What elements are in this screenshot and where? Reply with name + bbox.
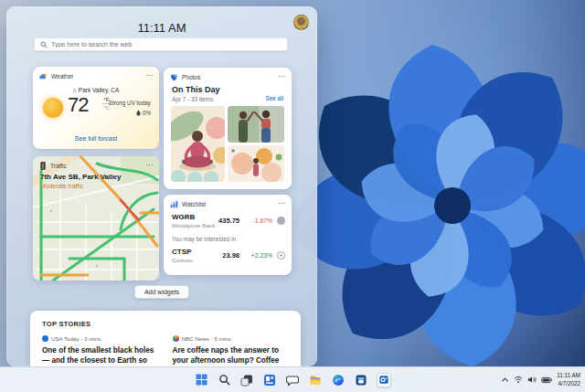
more-options-icon[interactable]: ⋯ — [145, 163, 153, 168]
sun-icon — [43, 98, 63, 118]
chat-icon — [286, 374, 299, 387]
outlook-icon — [378, 374, 389, 386]
chat-button[interactable] — [285, 373, 300, 387]
weather-title: Weather — [51, 73, 73, 79]
see-all-link[interactable]: See all — [265, 95, 283, 101]
more-options-icon[interactable]: ⋯ — [278, 74, 285, 79]
search-input[interactable] — [51, 41, 282, 48]
widgets-panel: 11:11 AM Weather ⋯ ⌂Park Valley, CA — [6, 6, 317, 366]
volume-icon[interactable] — [527, 376, 537, 384]
start-button[interactable] — [194, 373, 208, 387]
stock-row-wgrb[interactable]: WGRB Woodgrove Bank 435.75 -1.67% — [172, 213, 285, 228]
tray-time: 11:11 AM — [557, 372, 580, 379]
user-avatar[interactable] — [293, 15, 309, 30]
stock-price: 23.98 — [222, 251, 239, 260]
chevron-up-icon[interactable] — [501, 376, 509, 384]
temperature-value: 72 — [68, 93, 88, 117]
tray-date: 4/7/2022 — [557, 380, 580, 387]
raindrop-icon — [136, 110, 141, 116]
search-icon — [40, 41, 48, 48]
watchlist-widget[interactable]: Watchlist ⋯ WGRB Woodgrove Bank 435.75 -… — [164, 195, 292, 275]
photos-icon — [170, 73, 178, 81]
task-view-icon — [240, 374, 253, 387]
search-icon — [218, 374, 230, 386]
more-options-icon[interactable]: ⋯ — [278, 201, 285, 207]
more-options-icon[interactable]: ⋯ — [145, 73, 153, 79]
stock-change: +2.23% — [245, 252, 272, 259]
file-explorer-icon — [309, 374, 322, 387]
uv-status: Strong UV today — [109, 100, 151, 106]
taskbar: 11:11 AM 4/7/2022 — [0, 366, 585, 392]
stock-company: Woodgrove Bank — [172, 222, 215, 228]
traffic-widget[interactable]: Traffic ⋯ 7th Ave SB, Park Valley Modera… — [33, 156, 159, 281]
stock-row-ctsp[interactable]: CTSP Contoso 23.98 +2.23% + — [172, 248, 285, 263]
traffic-status: Moderate traffic — [40, 183, 83, 189]
photo-two-people[interactable] — [228, 106, 284, 143]
watchlist-suggestion-label: You may be interested in — [172, 236, 236, 242]
battery-icon[interactable] — [541, 376, 552, 384]
traffic-route: 7th Ave SB, Park Valley — [40, 173, 121, 181]
photo-grid — [171, 106, 284, 182]
tray-clock[interactable]: 11:11 AM 4/7/2022 — [557, 372, 580, 387]
add-widgets-button[interactable]: Add widgets — [134, 285, 189, 299]
store-button[interactable] — [354, 373, 368, 387]
stock-symbol: WGRB — [172, 213, 215, 221]
widgets-button[interactable] — [262, 373, 277, 387]
windows-bloom-flower — [283, 0, 585, 392]
weather-icon — [39, 72, 48, 80]
nbc-news-logo-icon — [173, 335, 179, 342]
top-stories-heading: TOP STORIES — [42, 320, 289, 328]
photo-meditation[interactable] — [171, 106, 225, 182]
article-source-meta: USA Today - 3 mins — [51, 335, 101, 342]
article-headline: Are coffee naps the answer to your after… — [173, 345, 290, 366]
traffic-title: Traffic — [50, 163, 67, 169]
traffic-light-icon — [39, 162, 47, 170]
weather-location: Park Valley, CA — [79, 87, 120, 93]
home-icon: ⌂ — [73, 87, 77, 93]
article-source-meta: NBC News - 5 mins — [182, 335, 231, 342]
widgets-icon — [263, 374, 276, 387]
web-search-bar[interactable] — [34, 37, 288, 51]
file-explorer-button[interactable] — [308, 373, 323, 387]
edge-icon — [332, 374, 345, 387]
news-article-nbc[interactable]: NBC News - 5 mins Are coffee naps the an… — [173, 335, 290, 366]
windows-logo-icon — [196, 374, 207, 386]
stock-change: -1.67% — [245, 217, 272, 224]
photos-widget[interactable]: Photos ⋯ On This Day Apr 7 - 33 items Se… — [164, 68, 292, 189]
task-view-button[interactable] — [239, 373, 254, 387]
weather-widget[interactable]: Weather ⋯ ⌂Park Valley, CA 72 °F °C Stro… — [33, 67, 159, 149]
weather-location-row[interactable]: ⌂Park Valley, CA — [33, 87, 159, 93]
edge-browser-button[interactable] — [331, 373, 346, 387]
watchlist-title: Watchlist — [182, 201, 206, 207]
news-article-usatoday[interactable]: USA Today - 3 mins One of the smallest b… — [42, 335, 159, 366]
taskbar-search-button[interactable] — [217, 373, 231, 387]
panel-clock: 11:11 AM — [6, 21, 317, 35]
on-this-day-heading: On This Day — [172, 85, 220, 94]
wifi-icon[interactable] — [514, 376, 523, 384]
photos-meta: Apr 7 - 33 items — [172, 96, 213, 102]
usa-today-logo-icon — [42, 335, 48, 342]
add-stock-icon[interactable]: + — [277, 251, 285, 260]
photo-standing-figure[interactable] — [228, 145, 284, 182]
stock-symbol: CTSP — [172, 248, 193, 256]
precipitation-value: 0% — [143, 110, 151, 116]
see-full-forecast-link[interactable]: See full forcast — [33, 135, 159, 142]
system-tray: 11:11 AM 4/7/2022 — [501, 367, 580, 392]
article-headline: One of the smallest black holes — and th… — [42, 345, 159, 366]
outlook-button-active[interactable] — [377, 373, 391, 387]
watchlist-icon — [170, 200, 178, 208]
photos-title: Photos — [182, 74, 200, 80]
top-stories-card: TOP STORIES USA Today - 3 mins One of th… — [30, 311, 301, 366]
screen: 11:11 AM Weather ⋯ ⌂Park Valley, CA — [0, 0, 585, 392]
store-icon — [355, 374, 367, 387]
stock-price: 435.75 — [218, 217, 239, 225]
stock-company: Contoso — [172, 257, 193, 263]
stock-added-icon[interactable] — [277, 217, 285, 225]
